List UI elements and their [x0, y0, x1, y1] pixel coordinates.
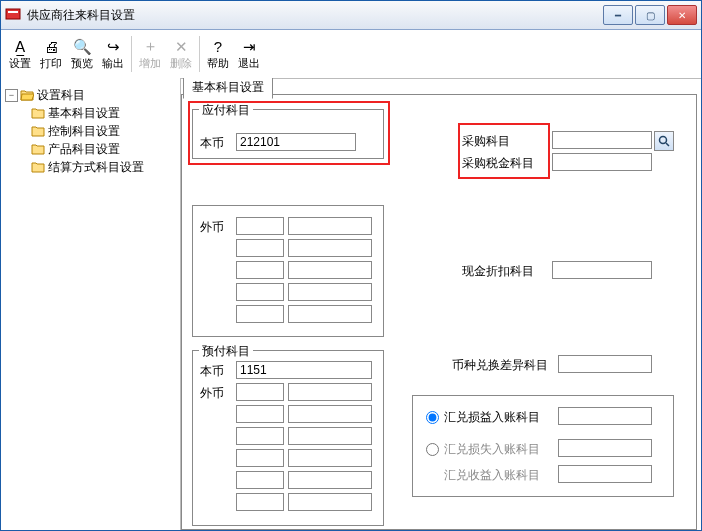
toolbar-separator [199, 36, 200, 72]
ap-fc-acct-2[interactable] [288, 239, 372, 257]
pp-fc-acct-1[interactable] [288, 383, 372, 401]
toolbar-delete-label: 删除 [170, 56, 192, 71]
exit-icon: ⇥ [240, 38, 258, 56]
fx-radio-2-label: 汇兑损失入账科目 [444, 441, 540, 458]
prepay-local-input[interactable] [236, 361, 372, 379]
local-currency-label: 本币 [200, 135, 224, 152]
ap-fc-acct-5[interactable] [288, 305, 372, 323]
collapse-icon[interactable]: − [5, 89, 18, 102]
prepay-foreign-label: 外币 [200, 385, 224, 402]
pp-fc-code-2[interactable] [236, 405, 284, 423]
folder-icon [31, 160, 45, 174]
minimize-button[interactable]: ━ [603, 5, 633, 25]
tree-item-1[interactable]: 控制科目设置 [5, 122, 176, 140]
fx-radio-1-label: 汇兑损益入账科目 [444, 409, 540, 426]
tree-root-label: 设置科目 [37, 87, 85, 104]
toolbar-export-label: 输出 [102, 56, 124, 71]
ap-fc-code-3[interactable] [236, 261, 284, 279]
toolbar-settings-button[interactable]: A̲设置 [5, 32, 35, 76]
ap-group-label: 应付科目 [199, 102, 253, 119]
cash-discount-label: 现金折扣科目 [462, 263, 534, 280]
ap-fc-acct-3[interactable] [288, 261, 372, 279]
add-icon: ＋ [141, 38, 159, 56]
toolbar-help-button[interactable]: ?帮助 [203, 32, 233, 76]
tree-root[interactable]: − 设置科目 [5, 86, 176, 104]
folder-icon [31, 142, 45, 156]
form-panel: 应付科目 本币 采购科目 采购税金科目 外币 [181, 94, 697, 530]
fx-radio-2-input[interactable] [426, 443, 439, 456]
fx-radio-1[interactable]: 汇兑损益入账科目 [426, 409, 540, 426]
toolbar-exit-button[interactable]: ⇥退出 [234, 32, 264, 76]
toolbar-add-button: ＋增加 [135, 32, 165, 76]
toolbar-export-button[interactable]: ↪输出 [98, 32, 128, 76]
ap-fc-code-2[interactable] [236, 239, 284, 257]
fx-diff-input[interactable] [558, 355, 652, 373]
prepay-group-label: 预付科目 [199, 343, 253, 360]
tree-item-label: 结算方式科目设置 [48, 159, 144, 176]
tree-item-2[interactable]: 产品科目设置 [5, 140, 176, 158]
search-icon [658, 135, 670, 147]
tree-item-0[interactable]: 基本科目设置 [5, 104, 176, 122]
body: − 设置科目 基本科目设置控制科目设置产品科目设置结算方式科目设置 基本科目设置… [1, 78, 701, 530]
pp-fc-code-6[interactable] [236, 493, 284, 511]
preview-icon: 🔍 [73, 38, 91, 56]
tab-header[interactable]: 基本科目设置 [183, 78, 273, 99]
ap-fc-code-4[interactable] [236, 283, 284, 301]
fx-acct-3[interactable] [558, 465, 652, 483]
pp-fc-acct-5[interactable] [288, 471, 372, 489]
fx-diff-label: 币种兑换差异科目 [452, 357, 548, 374]
fx-radio-1-input[interactable] [426, 411, 439, 424]
toolbar-preview-button[interactable]: 🔍预览 [67, 32, 97, 76]
export-icon: ↪ [104, 38, 122, 56]
fx-radio-3-label: 汇兑收益入账科目 [444, 467, 540, 484]
toolbar-add-label: 增加 [139, 56, 161, 71]
window-title: 供应商往来科目设置 [27, 7, 603, 24]
svg-rect-1 [8, 11, 18, 13]
settings-icon: A̲ [11, 38, 29, 56]
pp-fc-code-3[interactable] [236, 427, 284, 445]
ap-fc-acct-4[interactable] [288, 283, 372, 301]
fx-radio-2[interactable]: 汇兑损失入账科目 [426, 441, 540, 458]
ap-local-input[interactable] [236, 133, 356, 151]
pp-fc-acct-4[interactable] [288, 449, 372, 467]
maximize-button[interactable]: ▢ [635, 5, 665, 25]
pp-fc-acct-3[interactable] [288, 427, 372, 445]
prepay-local-label: 本币 [200, 363, 224, 380]
svg-line-3 [666, 143, 669, 146]
close-button[interactable]: ✕ [667, 5, 697, 25]
toolbar-print-button[interactable]: 🖨打印 [36, 32, 66, 76]
purchase-input[interactable] [552, 131, 652, 149]
toolbar-help-label: 帮助 [207, 56, 229, 71]
tree-panel: − 设置科目 基本科目设置控制科目设置产品科目设置结算方式科目设置 [1, 78, 181, 530]
tree-item-label: 控制科目设置 [48, 123, 120, 140]
pp-fc-acct-2[interactable] [288, 405, 372, 423]
folder-icon [31, 106, 45, 120]
main-panel: 基本科目设置 应付科目 本币 采购科目 采购税金科目 外币 [181, 78, 701, 530]
purchase-search-button[interactable] [654, 131, 674, 151]
fx-acct-1[interactable] [558, 407, 652, 425]
print-icon: 🖨 [42, 38, 60, 56]
pp-fc-code-4[interactable] [236, 449, 284, 467]
toolbar-exit-label: 退出 [238, 56, 260, 71]
pp-fc-code-1[interactable] [236, 383, 284, 401]
ap-fc-acct-1[interactable] [288, 217, 372, 235]
toolbar-delete-button: ✕删除 [166, 32, 196, 76]
pp-fc-acct-6[interactable] [288, 493, 372, 511]
help-icon: ? [209, 38, 227, 56]
delete-icon: ✕ [172, 38, 190, 56]
toolbar-preview-label: 预览 [71, 56, 93, 71]
toolbar-settings-label: 设置 [9, 56, 31, 71]
toolbar-separator [131, 36, 132, 72]
ap-fc-code-1[interactable] [236, 217, 284, 235]
purchase-tax-label: 采购税金科目 [462, 155, 534, 172]
folder-icon [31, 124, 45, 138]
pp-fc-code-5[interactable] [236, 471, 284, 489]
purchase-tax-input[interactable] [552, 153, 652, 171]
titlebar: 供应商往来科目设置 ━ ▢ ✕ [1, 1, 701, 30]
ap-fc-code-5[interactable] [236, 305, 284, 323]
tree-item-3[interactable]: 结算方式科目设置 [5, 158, 176, 176]
cash-discount-input[interactable] [552, 261, 652, 279]
ap-foreign-label: 外币 [200, 219, 224, 236]
svg-rect-0 [6, 9, 20, 19]
fx-acct-2[interactable] [558, 439, 652, 457]
